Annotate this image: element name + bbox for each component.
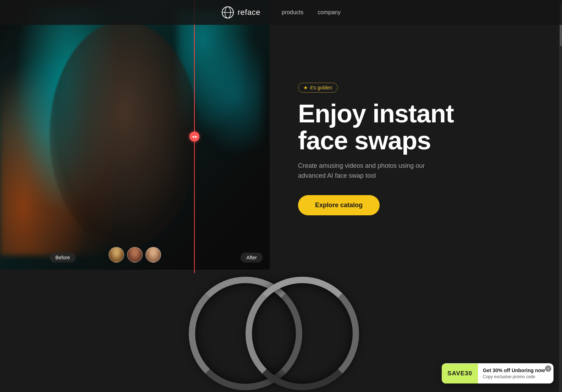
promo-text-area: Get 30% off Unboring now Copy exclusive … [478, 363, 553, 383]
hero-section: ◄► Before After ★ it's golden Enjoy inst… [0, 0, 562, 273]
thumbnail-2[interactable] [127, 247, 143, 263]
badge-star-icon: ★ [303, 85, 308, 90]
thumbnail-3[interactable] [145, 247, 161, 263]
slider-arrows-icon: ◄► [191, 134, 198, 139]
face-swap-image-area: ◄► Before After [0, 0, 270, 273]
slider-line: ◄► [194, 0, 195, 273]
promo-close-button[interactable]: × [545, 365, 551, 372]
navbar: reface products company [0, 0, 562, 25]
hero-subtitle: Create amusing videos and photos using o… [298, 161, 440, 181]
promo-code: SAVE30 [442, 364, 478, 383]
explore-catalog-button[interactable]: Explore catalog [298, 195, 380, 215]
promo-subtitle[interactable]: Copy exclusive promo code [483, 374, 545, 379]
after-label: After [241, 253, 263, 263]
thumbnail-1[interactable] [109, 247, 124, 263]
hero-content: ★ it's golden Enjoy instant face swaps C… [270, 0, 562, 273]
nav-products[interactable]: products [282, 9, 303, 16]
logo-text: reface [238, 8, 260, 17]
scrollbar[interactable] [559, 0, 562, 392]
thumbnail-row [109, 247, 161, 263]
logo-icon [221, 6, 234, 19]
promo-banner: × SAVE30 Get 30% off Unboring now Copy e… [442, 363, 553, 383]
arch-ring-2 [246, 277, 359, 390]
nav-links: products company [282, 9, 341, 16]
slider-handle[interactable]: ◄► [189, 132, 199, 142]
hero-badge: ★ it's golden [298, 83, 338, 93]
nav-company[interactable]: company [318, 9, 341, 16]
hero-title: Enjoy instant face swaps [298, 100, 541, 154]
arch-visual [175, 277, 387, 383]
promo-title: Get 30% off Unboring now [483, 368, 545, 373]
badge-text: it's golden [310, 85, 332, 90]
before-label: Before [50, 253, 76, 263]
hero-title-line1: Enjoy instant [298, 99, 454, 128]
hero-title-line2: face swaps [298, 126, 431, 155]
logo[interactable]: reface [221, 6, 260, 19]
face-overlay [50, 21, 199, 248]
